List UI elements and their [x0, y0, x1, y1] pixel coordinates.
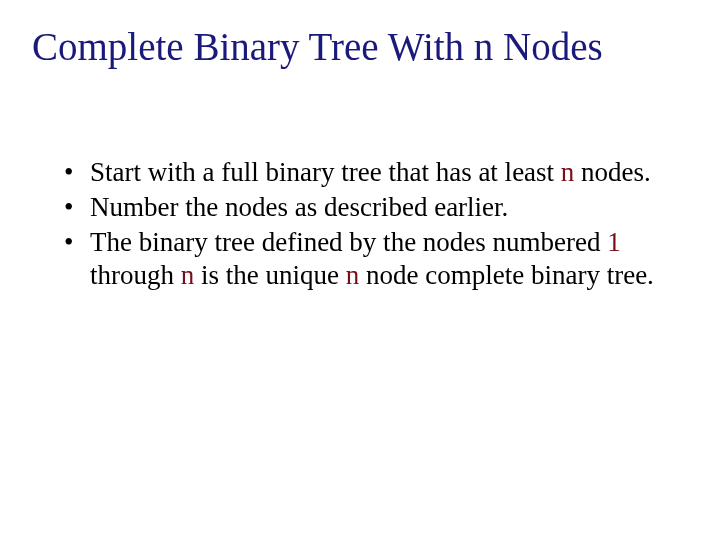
- slide-title: Complete Binary Tree With n Nodes: [32, 26, 700, 69]
- keyword-n: n: [181, 260, 195, 290]
- bullet-item: The binary tree defined by the nodes num…: [60, 226, 660, 292]
- keyword-1: 1: [607, 227, 621, 257]
- bullet-list: Start with a full binary tree that has a…: [60, 156, 660, 292]
- keyword-n: n: [561, 157, 575, 187]
- bullet-text: Number the nodes as described earlier.: [90, 192, 508, 222]
- bullet-text: is the unique: [194, 260, 345, 290]
- slide-body: Start with a full binary tree that has a…: [60, 156, 660, 294]
- slide: Complete Binary Tree With n Nodes Start …: [0, 0, 720, 540]
- bullet-item: Number the nodes as described earlier.: [60, 191, 660, 224]
- bullet-text: through: [90, 260, 181, 290]
- bullet-text: node complete binary tree.: [359, 260, 654, 290]
- keyword-n: n: [346, 260, 360, 290]
- bullet-text: nodes.: [574, 157, 651, 187]
- bullet-item: Start with a full binary tree that has a…: [60, 156, 660, 189]
- bullet-text: Start with a full binary tree that has a…: [90, 157, 561, 187]
- bullet-text: The binary tree defined by the nodes num…: [90, 227, 607, 257]
